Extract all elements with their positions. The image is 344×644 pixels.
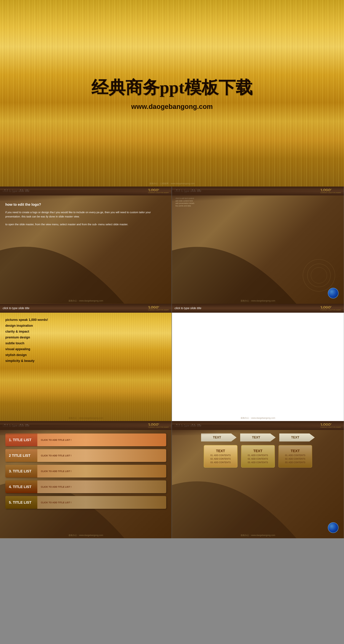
title-list-num-3: 3. TITLE LIST <box>5 465 37 478</box>
slide-4-line6: visual appealing <box>5 347 166 351</box>
slide-4-line3: clarity & impact <box>5 330 166 334</box>
slide-5-logo: 'LOGO' COMPANY LOGOTYPE INSERT <box>320 306 341 311</box>
slide-5-watermark: 道格办公：www.daogebangong.com <box>240 416 275 420</box>
card-1-line3: 03. ADD CONTENTS <box>207 461 234 464</box>
card-1-title: TEXT <box>207 449 234 453</box>
slide-4-title: click to type slide title <box>3 307 29 310</box>
slide-5-header: click to type slide title 'LOGO' COMPANY… <box>172 304 344 313</box>
slide-2-watermark: 道格办公：www.daogebangong.com <box>69 299 103 302</box>
slide-6-logo: 'LOGO' COMPANY LOGOTYPE INSERT <box>148 423 169 428</box>
title-list-item-3[interactable]: 3. TITLE LIST CLICK TO ADD TITLE LIST ! <box>5 465 166 478</box>
slide-2: click to type slide title 'LOGO' COMPANY… <box>0 186 172 304</box>
slide-3-watermark: 道格办公：www.daogebangong.com <box>240 299 275 302</box>
hero-watermark: 道格办公：公模板网：www.daogebangong.com <box>149 182 195 185</box>
logo-text: 'LOGO' <box>148 188 159 192</box>
card-2-line2: 02. ADD CONTENTS <box>244 458 272 460</box>
slide-7-watermark: 道格办公：www.daogebangong.com <box>240 534 275 537</box>
title-list-num-4: 4. TITLE LIST <box>5 480 37 493</box>
globe-icon-7 <box>328 522 338 533</box>
company-insert-6: COMPANY LOGOTYPE INSERT <box>148 426 169 428</box>
card-3-title: TEXT <box>281 449 309 453</box>
slide-5: click to type slide title 'LOGO' COMPANY… <box>172 304 344 421</box>
card-2-title: TEXT <box>244 449 272 453</box>
slide-6: click to type slide title 'LOGO' COMPANY… <box>0 421 172 538</box>
title-list-num-2: 2 TITLE LIST <box>5 449 37 462</box>
slide-3-title: click to type slide title <box>175 190 201 192</box>
card-2-line1: 01. ADD CONTENTS <box>244 454 272 456</box>
slide-5-content <box>172 313 344 421</box>
slide-7-logo: 'LOGO' COMPANY LOGOTYPE INSERT <box>320 423 341 428</box>
slides-row-3: click to type slide title 'LOGO' COMPANY… <box>0 421 344 538</box>
slide-4-line7: stylish design <box>5 353 166 357</box>
title-list-num-5: 5. TITLE LIST <box>5 496 37 509</box>
slide-2-content: how to edit the logo? if you need to cre… <box>0 196 172 236</box>
title-list-item-2[interactable]: 2 TITLE LIST CLICK TO ADD TITLE LIST ! <box>5 449 166 462</box>
slide-4-line1: pictures speak 1,000 words! <box>5 318 166 322</box>
content-card-3: TEXT 01. ADD CONTENTS 02. ADD CONTENTS 0… <box>278 445 312 468</box>
hero-subtitle: www.daogebangong.com <box>131 103 213 110</box>
slide-4: click to type slide title 'LOGO' COMPANY… <box>0 304 172 421</box>
slide-hero: 经典商务ppt模板下载 www.daogebangong.com 道格办公：公模… <box>0 0 344 186</box>
title-list-item-1[interactable]: 1. TITLE LIST CLICK TO ADD TITLE LIST ! <box>5 434 166 446</box>
slide-2-para1: if you need to create a logo or design t… <box>5 210 166 219</box>
company-insert-3: COMPANY LOGOTYPE INSERT <box>320 192 341 194</box>
slide-4-content: pictures speak 1,000 words! design inspi… <box>0 313 172 370</box>
slide-3-header: click to type slide title 'LOGO' COMPANY… <box>172 186 344 196</box>
company-insert-5: COMPANY LOGOTYPE INSERT <box>320 309 341 311</box>
slide-7-title: click to type slide title <box>175 424 201 427</box>
slide-3-deco-circles <box>301 258 337 293</box>
slide-6-title: click to type slide title <box>3 424 29 427</box>
slide-3: click to type slide title 'LOGO' COMPANY… <box>172 186 344 304</box>
slide-4-header: click to type slide title 'LOGO' COMPANY… <box>0 304 172 313</box>
slide-2-logo: 'LOGO' COMPANY LOGOTYPE INSERT <box>148 188 169 194</box>
slide-4-line5: subtle touch <box>5 342 166 345</box>
title-list-item-5[interactable]: 5. TITLE LIST CLICK TO ADD TITLE LIST ! <box>5 496 166 509</box>
slide-4-logo: 'LOGO' COMPANY LOGOTYPE INSERT <box>148 306 169 311</box>
title-list-num-1: 1. TITLE LIST <box>5 434 37 446</box>
card-2-line3: 03. ADD CONTENTS <box>244 461 272 464</box>
slide-2-header: click to type slide title 'LOGO' COMPANY… <box>0 186 172 196</box>
globe-icon-3 <box>328 288 338 298</box>
slide-4-line2: design inspiration <box>5 324 166 328</box>
title-list-desc-5: CLICK TO ADD TITLE LIST ! <box>37 501 75 504</box>
card-1-line2: 02. ADD CONTENTS <box>207 458 234 460</box>
slide-4-line4: premium design <box>5 336 166 339</box>
logo-text-6: 'LOGO' <box>148 423 159 426</box>
company-insert-7: COMPANY LOGOTYPE INSERT <box>320 426 341 428</box>
company-insert: COMPANY LOGOTYPE INSERT <box>148 192 169 194</box>
title-list-desc-3: CLICK TO ADD TITLE LIST ! <box>37 470 75 472</box>
content-card-2: TEXT 01. ADD CONTENTS 02. ADD CONTENTS 0… <box>241 445 275 468</box>
content-cards-row: TEXT 01. ADD CONTENTS 02. ADD CONTENTS 0… <box>172 443 344 471</box>
card-1-line1: 01. ADD CONTENTS <box>207 454 234 456</box>
hero-title: 经典商务ppt模板下载 <box>91 76 253 99</box>
svg-point-0 <box>303 260 335 291</box>
slides-row-1: click to type slide title 'LOGO' COMPANY… <box>0 186 344 304</box>
company-insert-4: COMPANY LOGOTYPE INSERT <box>148 309 169 311</box>
logo-text-3: 'LOGO' <box>320 188 331 192</box>
slide-2-para2: to open the slide master, from the view … <box>5 222 166 226</box>
slide-4-watermark: 道格办公：www.daogebangong.com <box>69 416 103 420</box>
slide-4-line8: simplicity & beauty <box>5 359 166 363</box>
title-list-item-4[interactable]: 4. TITLE LIST CLICK TO ADD TITLE LIST ! <box>5 480 166 493</box>
logo-text-4: 'LOGO' <box>148 306 159 309</box>
title-list-desc-1: CLICK TO ADD TITLE LIST ! <box>37 439 75 441</box>
slide-6-watermark: 道格办公：www.daogebangong.com <box>69 534 103 537</box>
slide-3-logo: 'LOGO' COMPANY LOGOTYPE INSERT <box>320 188 341 194</box>
content-card-1: TEXT 01. ADD CONTENTS 02. ADD CONTENTS 0… <box>204 445 237 468</box>
slide-5-title: click to type slide title <box>175 307 201 310</box>
slide-2-heading: how to edit the logo? <box>5 202 166 206</box>
slide-7-header: click to type slide title 'LOGO' COMPANY… <box>172 421 344 430</box>
title-list-desc-2: CLICK TO ADD TITLE LIST ! <box>37 454 75 457</box>
slide-7: click to type slide title 'LOGO' COMPANY… <box>172 421 344 538</box>
card-3-line2: 02. ADD CONTENTS <box>281 458 309 460</box>
slide-6-header: click to type slide title 'LOGO' COMPANY… <box>0 421 172 430</box>
logo-text-5: 'LOGO' <box>320 306 331 309</box>
svg-point-2 <box>311 267 327 283</box>
card-3-line1: 01. ADD CONTENTS <box>281 454 309 456</box>
title-list-content: 1. TITLE LIST CLICK TO ADD TITLE LIST ! … <box>0 430 172 512</box>
card-3-line3: 03. ADD CONTENTS <box>281 461 309 464</box>
slides-row-2: click to type slide title 'LOGO' COMPANY… <box>0 304 344 421</box>
title-list-desc-4: CLICK TO ADD TITLE LIST ! <box>37 486 75 488</box>
logo-text-7: 'LOGO' <box>320 423 331 426</box>
slide-2-title: click to type slide title <box>3 190 29 192</box>
